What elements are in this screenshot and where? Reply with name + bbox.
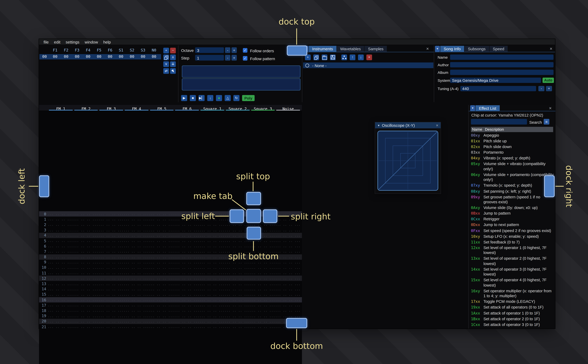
- pattern-cell[interactable]: ... .. .. ...: [124, 325, 149, 328]
- pattern-cell[interactable]: ... .. .. ...: [174, 223, 199, 227]
- pattern-cell[interactable]: ... .. .. ...: [250, 287, 275, 291]
- order-cell[interactable]: 00: [50, 54, 61, 59]
- pattern-cell[interactable]: ... .. .. ...: [98, 266, 124, 269]
- instrument-move-up-button[interactable]: ↑: [350, 55, 355, 60]
- pattern-row[interactable]: 16... .. .. ...... .. .. ...... .. .. ..…: [39, 297, 302, 303]
- pattern-cell[interactable]: ... .. .. ...: [174, 314, 199, 318]
- order-remove-button[interactable]: −: [170, 48, 176, 53]
- pattern-cell[interactable]: ... .. .. ...: [124, 260, 149, 264]
- song-album-input[interactable]: [450, 70, 554, 75]
- pattern-cell[interactable]: ... .. .. ...: [98, 239, 124, 243]
- pattern-cell[interactable]: ... .. .. ...: [225, 223, 250, 227]
- pattern-cell[interactable]: ... .. .. ...: [275, 234, 300, 237]
- pattern-cell[interactable]: ... .. .. ...: [199, 244, 225, 248]
- tuning-increase-button[interactable]: +: [546, 86, 552, 91]
- pattern-cell[interactable]: ... .. .. ...: [124, 314, 149, 318]
- pattern-cell[interactable]: ... .. .. ...: [174, 319, 199, 323]
- order-cell[interactable]: 00: [105, 54, 116, 59]
- order-cell[interactable]: 00: [126, 54, 138, 59]
- pattern-cell[interactable]: ... .. .. ...: [73, 239, 98, 243]
- order-add-button[interactable]: +: [163, 48, 169, 53]
- pattern-cell[interactable]: ... .. .. ...: [98, 217, 124, 221]
- pattern-cell[interactable]: ... .. .. ...: [149, 314, 174, 318]
- pattern-cell[interactable]: ... .. .. ...: [250, 266, 275, 269]
- pattern-cell[interactable]: ... .. .. ...: [275, 309, 300, 312]
- channel-header-square-2[interactable]: Square 2: [225, 105, 250, 110]
- pattern-cell[interactable]: ... .. .. ...: [98, 325, 124, 328]
- pattern-cell[interactable]: ... .. .. ...: [199, 314, 225, 318]
- pattern-cell[interactable]: ... .. .. ...: [250, 303, 275, 307]
- order-cell[interactable]: 00: [94, 54, 105, 59]
- pattern-cell[interactable]: ... .. .. ...: [48, 234, 73, 237]
- pattern-cell[interactable]: ... .. .. ...: [98, 314, 124, 318]
- pattern-cell[interactable]: ... .. .. ...: [124, 228, 149, 232]
- piano-input-bottom[interactable]: [182, 78, 301, 91]
- tab-subsongs[interactable]: Subsongs: [464, 46, 489, 52]
- dock-top-button[interactable]: [287, 45, 307, 56]
- step-row-button[interactable]: ↓: [207, 95, 213, 101]
- menu-item-help[interactable]: help: [101, 39, 113, 44]
- pattern-cell[interactable]: ... .. .. ...: [250, 271, 275, 275]
- pattern-cell[interactable]: ... .. .. ...: [48, 282, 73, 286]
- pattern-cell[interactable]: ... .. .. ...: [149, 303, 174, 307]
- pattern-cell[interactable]: ... .. .. ...: [225, 282, 250, 286]
- pattern-row[interactable]: 15... .. .. ...... .. .. ...... .. .. ..…: [39, 292, 302, 297]
- octave-decrease-button[interactable]: -: [225, 47, 230, 53]
- pattern-cell[interactable]: ... .. .. ...: [199, 271, 225, 275]
- pattern-row[interactable]: 6... .. .. ...... .. .. ...... .. .. ...…: [39, 243, 302, 249]
- pattern-row[interactable]: 11... .. .. ...... .. .. ...... .. .. ..…: [39, 270, 302, 276]
- pattern-cell[interactable]: ... .. .. ...: [174, 255, 199, 259]
- instrument-move-down-button[interactable]: ↓: [358, 55, 364, 60]
- pattern-cell[interactable]: ... .. .. ...: [124, 266, 149, 269]
- piano-input-top[interactable]: [182, 65, 301, 78]
- instruments-close-button[interactable]: ×: [426, 46, 429, 51]
- pattern-cell[interactable]: ... .. .. ...: [73, 303, 98, 307]
- pattern-cell[interactable]: ... .. .. ...: [275, 266, 300, 269]
- pattern-cell[interactable]: ... .. .. ...: [73, 319, 98, 323]
- pattern-cell[interactable]: ... .. .. ...: [73, 276, 98, 280]
- pattern-cell[interactable]: ... .. .. ...: [48, 212, 73, 216]
- tuning-decrease-button[interactable]: -: [538, 86, 544, 91]
- pattern-cell[interactable]: ... .. .. ...: [275, 298, 300, 302]
- menu-item-file[interactable]: file: [41, 39, 51, 44]
- pattern-cell[interactable]: ... .. .. ...: [124, 255, 149, 259]
- pattern-cell[interactable]: ... .. .. ...: [174, 276, 199, 280]
- pattern-cell[interactable]: ... .. .. ...: [98, 228, 124, 232]
- instrument-list-item[interactable]: - None -: [303, 62, 433, 68]
- order-duplicate-button[interactable]: [163, 55, 169, 60]
- pattern-cell[interactable]: ... .. .. ...: [48, 255, 73, 259]
- pattern-cell[interactable]: ... .. .. ...: [48, 239, 73, 243]
- split-right-button[interactable]: [263, 209, 277, 223]
- pattern-cell[interactable]: ... .. .. ...: [225, 287, 250, 291]
- pattern-cell[interactable]: ... .. .. ...: [199, 282, 225, 286]
- pattern-cell[interactable]: ... .. .. ...: [225, 298, 250, 302]
- pattern-cell[interactable]: ... .. .. ...: [250, 325, 275, 328]
- repeat-pattern-button[interactable]: ↻: [233, 95, 239, 101]
- pattern-cell[interactable]: ... .. .. ...: [48, 276, 73, 280]
- pattern-cell[interactable]: ... .. .. ...: [275, 244, 300, 248]
- pattern-cell[interactable]: ... .. .. ...: [124, 309, 149, 312]
- pattern-cell[interactable]: ... .. .. ...: [73, 212, 98, 216]
- instrument-duplicate-button[interactable]: [313, 55, 319, 60]
- pattern-cell[interactable]: ... .. .. ...: [149, 309, 174, 312]
- order-move-down-button[interactable]: ∨: [163, 61, 169, 67]
- pattern-cell[interactable]: ... .. .. ...: [250, 282, 275, 286]
- pattern-cell[interactable]: ... .. .. ...: [149, 271, 174, 275]
- menu-item-window[interactable]: window: [82, 39, 101, 44]
- order-move-up-button[interactable]: ∧: [170, 55, 176, 60]
- pattern-cell[interactable]: ... .. .. ...: [73, 244, 98, 248]
- song-name-input[interactable]: [450, 55, 554, 60]
- pattern-cell[interactable]: ... .. .. ...: [73, 292, 98, 296]
- pattern-cell[interactable]: ... .. .. ...: [124, 223, 149, 227]
- pattern-cell[interactable]: ... .. .. ...: [73, 217, 98, 221]
- pattern-cell[interactable]: ... .. .. ...: [275, 276, 300, 280]
- pattern-cell[interactable]: ... .. .. ...: [48, 244, 73, 248]
- pattern-cell[interactable]: ... .. .. ...: [250, 298, 275, 302]
- metronome-button[interactable]: △: [225, 95, 231, 101]
- order-cell[interactable]: 00: [61, 54, 72, 59]
- pattern-cell[interactable]: ... .. .. ...: [199, 223, 225, 227]
- pattern-cell[interactable]: ... .. .. ...: [275, 250, 300, 253]
- oscilloscope-titlebar[interactable]: ▼ Oscilloscope (X-Y) ×: [375, 122, 441, 128]
- pattern-cell[interactable]: ... .. .. ...: [199, 287, 225, 291]
- pattern-cell[interactable]: ... .. .. ...: [73, 314, 98, 318]
